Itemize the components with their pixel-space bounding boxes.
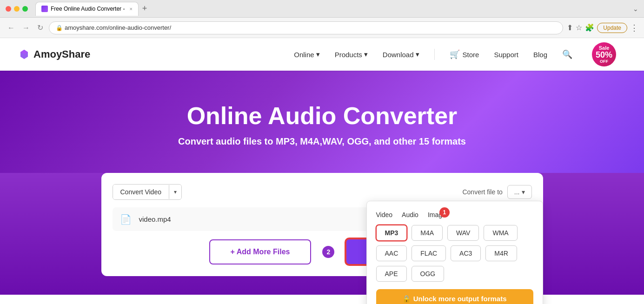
- address-input[interactable]: 🔒 amoyshare.com/online-audio-converter/: [49, 21, 563, 34]
- add-more-files-button[interactable]: + Add More Files: [209, 239, 312, 264]
- convert-video-label: Convert Video: [113, 185, 169, 199]
- hero-title: Online Audio Converter: [187, 102, 458, 130]
- nav-download[interactable]: Download ▾: [383, 50, 419, 59]
- format-ogg-button[interactable]: OGG: [412, 266, 445, 282]
- logo-icon: [19, 49, 30, 60]
- nav-online[interactable]: Online ▾: [294, 50, 319, 59]
- ssl-lock-icon: 🔒: [56, 25, 63, 31]
- converter-card: Convert Video ▾ Convert file to ... ▾ 📄: [101, 173, 543, 276]
- nav-products[interactable]: Products ▾: [335, 50, 368, 59]
- nav-store[interactable]: 🛒 Store: [450, 49, 479, 59]
- convert-file-to-label: Convert file to: [462, 188, 502, 196]
- format-wav-button[interactable]: WAV: [447, 225, 479, 241]
- format-aac-button[interactable]: AAC: [376, 245, 407, 261]
- format-ac3-button[interactable]: AC3: [451, 245, 481, 261]
- format-grid: MP3 M4A WAV WMA AAC FLAC AC3 M4R APE OGG: [376, 225, 533, 282]
- hero-section: Online Audio Converter Convert audio fil…: [0, 71, 644, 173]
- close-window-button[interactable]: [6, 6, 11, 12]
- minimize-window-button[interactable]: [14, 6, 20, 12]
- format-ape-button[interactable]: APE: [376, 266, 407, 282]
- logo[interactable]: AmoyShare: [19, 48, 90, 60]
- traffic-lights: [6, 6, 28, 12]
- converter-section: Convert Video ▾ Convert file to ... ▾ 📄: [0, 173, 644, 295]
- unlock-formats-button[interactable]: 🔒 Unlock more output formats: [376, 289, 533, 304]
- update-button[interactable]: Update: [597, 23, 627, 33]
- convert-video-button[interactable]: Convert Video ▾: [113, 184, 182, 200]
- bookmark-button[interactable]: ☆: [576, 23, 582, 32]
- nav-support[interactable]: Support: [494, 51, 518, 59]
- back-button[interactable]: ←: [6, 22, 17, 34]
- chevron-down-icon: ▾: [316, 50, 320, 59]
- refresh-button[interactable]: ↻: [35, 21, 45, 34]
- browser-more-button[interactable]: ⋮: [630, 23, 638, 33]
- format-popup: Video Audio Image 1 MP3 M4A WAV WMA AAC …: [366, 201, 543, 304]
- converter-top-row: Convert Video ▾ Convert file to ... ▾: [113, 184, 532, 200]
- hero-subtitle: Convert audio files to MP3, M4A,WAV, OGG…: [178, 136, 466, 147]
- navbar: AmoyShare Online ▾ Products ▾ Download ▾…: [0, 38, 644, 71]
- convert-file-select[interactable]: ... ▾: [507, 185, 532, 199]
- chevron-down-icon: ▾: [364, 50, 368, 59]
- browser-toolbar-right: ⬆ ☆ 🧩 Update ⋮: [567, 23, 638, 33]
- active-tab[interactable]: Free Online Audio Converter - ×: [35, 2, 139, 16]
- convert-file-to: Convert file to ... ▾: [462, 185, 531, 199]
- nav-blog[interactable]: Blog: [533, 51, 547, 59]
- format-categories: Video Audio Image: [376, 211, 446, 218]
- category-audio[interactable]: Audio: [402, 211, 418, 218]
- format-m4a-button[interactable]: M4A: [412, 225, 443, 241]
- tab-close-button[interactable]: ×: [129, 6, 132, 12]
- tab-list-button[interactable]: ⌄: [633, 5, 638, 13]
- chevron-down-icon: ▾: [522, 188, 525, 196]
- category-video[interactable]: Video: [376, 211, 393, 218]
- step1-badge: 1: [439, 207, 450, 218]
- tab-bar: Free Online Audio Converter - × +: [35, 2, 629, 16]
- maximize-window-button[interactable]: [22, 6, 28, 12]
- format-flac-button[interactable]: FLAC: [412, 245, 446, 261]
- page-content: AmoyShare Online ▾ Products ▾ Download ▾…: [0, 38, 644, 304]
- extension-button[interactable]: 🧩: [585, 23, 594, 32]
- nav-divider: [434, 49, 435, 60]
- tab-favicon: [41, 6, 48, 12]
- sale-badge[interactable]: Sale 50% OFF: [592, 42, 616, 66]
- cart-icon: 🛒: [450, 49, 460, 59]
- address-text: amoyshare.com/online-audio-converter/: [65, 24, 171, 31]
- format-mp3-button[interactable]: MP3: [376, 225, 407, 241]
- chevron-down-icon: ▾: [416, 50, 419, 59]
- nav-links: Online ▾ Products ▾ Download ▾ 🛒 Store: [294, 42, 616, 66]
- format-wma-button[interactable]: WMA: [484, 225, 517, 241]
- logo-text: AmoyShare: [33, 48, 90, 60]
- address-bar: ← → ↻ 🔒 amoyshare.com/online-audio-conve…: [0, 18, 644, 38]
- forward-button[interactable]: →: [20, 22, 32, 34]
- tab-title: Free Online Audio Converter -: [51, 6, 125, 12]
- search-icon[interactable]: 🔍: [562, 49, 572, 59]
- new-tab-button[interactable]: +: [140, 4, 149, 13]
- format-m4r-button[interactable]: M4R: [485, 245, 517, 261]
- convert-video-dropdown-icon[interactable]: ▾: [169, 185, 181, 199]
- step2-badge: 2: [322, 246, 334, 258]
- file-icon: 📄: [120, 214, 132, 225]
- share-button[interactable]: ⬆: [567, 23, 573, 32]
